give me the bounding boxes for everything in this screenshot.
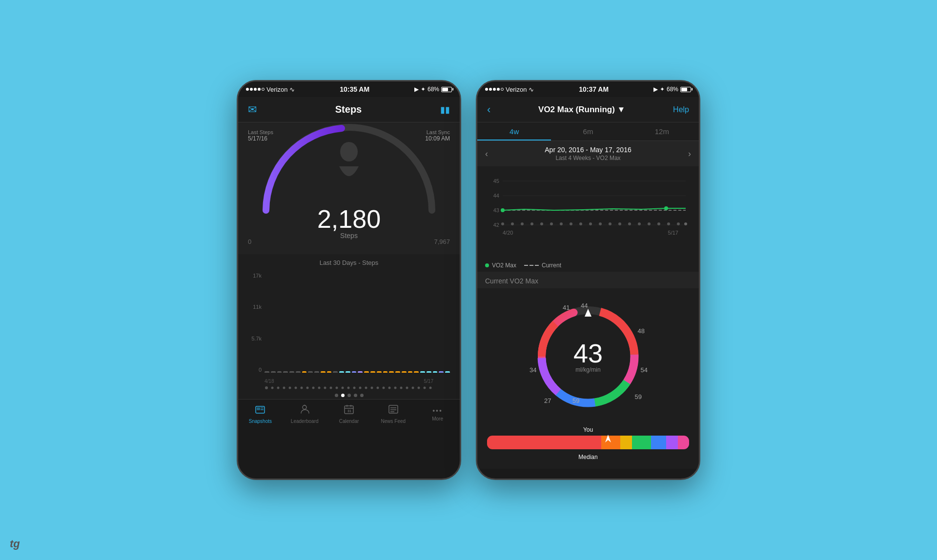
comparison-bar-section: You Med (477, 420, 699, 469)
vo2-chart-area: 45 44 43 42 (477, 166, 699, 259)
svg-point-13 (336, 387, 338, 389)
bar-27 (427, 371, 431, 373)
date-subtitle: Last 4 Weeks - VO2 Max (493, 155, 683, 161)
timeline-dots (265, 386, 433, 390)
comparison-bar-wrapper (487, 436, 689, 449)
bar-18 (370, 371, 375, 373)
carrier-label-right: Verizon (506, 86, 527, 93)
bar-29 (439, 371, 444, 373)
tab-4w[interactable]: 4w (477, 122, 551, 140)
nav-item-leaderboard[interactable]: Leaderboard (283, 404, 327, 424)
bar-24 (408, 371, 413, 373)
location-icon: ▶ (414, 86, 419, 93)
svg-point-27 (418, 387, 420, 389)
news-feed-icon (388, 404, 399, 417)
svg-point-58 (521, 222, 524, 225)
chart-area: 17k 11k 5.7k 0 (238, 270, 460, 382)
svg-point-7 (301, 387, 303, 389)
time-display: 10:35 AM (340, 85, 369, 93)
svg-point-6 (295, 387, 297, 389)
gauge-label-27: 27 (544, 397, 551, 404)
svg-point-70 (638, 222, 641, 225)
svg-point-71 (648, 222, 651, 225)
seg-blue (651, 436, 666, 449)
svg-point-20 (377, 387, 379, 389)
nav-item-snapshots[interactable]: Snapshots (238, 404, 283, 424)
vo2-legend-label: VO2 Max (492, 262, 516, 269)
svg-point-12 (330, 387, 332, 389)
inbox-icon[interactable]: ✉ (248, 103, 257, 116)
current-legend-label: Current (542, 262, 561, 269)
tg-watermark: tg (10, 538, 20, 550)
prev-date-button[interactable]: ‹ (485, 149, 488, 159)
back-button[interactable]: ‹ (487, 103, 490, 116)
grid-icon[interactable]: ▮▮ (440, 104, 450, 115)
svg-point-21 (383, 387, 385, 389)
bottom-nav-left: Snapshots Leaderboard (238, 399, 460, 428)
nav-bar-right: ‹ VO2 Max (Running) ▼ Help (477, 97, 699, 122)
bar-16 (358, 371, 363, 373)
page-dot-4 (354, 394, 357, 397)
svg-point-25 (406, 387, 408, 389)
legend-current: Current (524, 262, 561, 269)
more-icon: ••• (432, 407, 443, 415)
page-dot-5 (360, 394, 364, 397)
y-label-3: 5.7k (248, 336, 262, 341)
bar-10 (321, 371, 326, 373)
svg-point-2 (271, 387, 274, 389)
status-bar-left: Verizon ∿ 10:35 AM ▶ ✦ 68% (238, 81, 460, 97)
date-info: Apr 20, 2016 - May 17, 2016 Last 4 Weeks… (493, 146, 683, 161)
svg-point-62 (560, 222, 563, 225)
help-button[interactable]: Help (673, 105, 689, 114)
bar-2 (271, 371, 276, 373)
battery-percent-right: 68% (667, 86, 678, 93)
nav-item-more[interactable]: ••• More (415, 407, 460, 421)
svg-text:43: 43 (493, 207, 499, 213)
tab-12m[interactable]: 12m (625, 122, 699, 140)
range-max: 7,967 (434, 238, 450, 245)
status-right-left: Verizon ∿ (485, 86, 534, 93)
you-label-above: You (487, 425, 689, 434)
svg-point-29 (429, 387, 432, 389)
bar-9 (314, 371, 319, 373)
nav-item-news-feed[interactable]: News Feed (371, 404, 415, 424)
bar-22 (395, 371, 400, 373)
right-phone: Verizon ∿ 10:37 AM ▶ ✦ 68% ‹ VO2 Max (Ru… (476, 80, 700, 480)
svg-point-69 (628, 222, 631, 225)
bar-3 (277, 371, 282, 373)
tab-6m[interactable]: 6m (551, 122, 625, 140)
svg-point-60 (540, 222, 543, 225)
svg-rect-32 (257, 407, 260, 410)
bar-28 (433, 371, 438, 373)
steps-count-area: 2,180 Steps (317, 206, 381, 240)
svg-point-18 (365, 387, 367, 389)
svg-point-64 (579, 222, 582, 225)
nav-item-calendar[interactable]: 31 Calendar (327, 404, 371, 424)
gauge-label-54: 54 (641, 366, 648, 374)
gauge-label-59b: 59 (572, 397, 579, 404)
page-dot-1 (335, 394, 338, 397)
y-label-4: 0 (248, 367, 262, 373)
svg-point-4 (283, 387, 285, 389)
gauge-label-59: 59 (635, 393, 642, 400)
svg-point-8 (306, 387, 309, 389)
svg-point-1 (265, 386, 268, 389)
page-dot-2 (341, 394, 345, 397)
tab-bar: 4w 6m 12m (477, 122, 699, 141)
leaderboard-label: Leaderboard (291, 419, 319, 424)
bar-20 (383, 371, 388, 373)
bar-11 (327, 371, 332, 373)
bar-26 (420, 371, 425, 373)
bar-1 (265, 371, 269, 373)
svg-text:31: 31 (347, 409, 351, 413)
legend-vo2max: VO2 Max (485, 262, 516, 269)
next-date-button[interactable]: › (688, 149, 691, 159)
battery-icon-right (680, 87, 691, 92)
gauge-label-44: 44 (581, 302, 588, 309)
bar-4 (283, 371, 288, 373)
battery-percent: 68% (428, 86, 439, 93)
bar-17 (364, 371, 369, 373)
steps-number: 2,180 (317, 206, 381, 232)
vo2-gauge-container: 43 ml/kg/min 41 44 48 54 59 59 27 34 (530, 298, 647, 415)
you-marker (603, 434, 613, 443)
